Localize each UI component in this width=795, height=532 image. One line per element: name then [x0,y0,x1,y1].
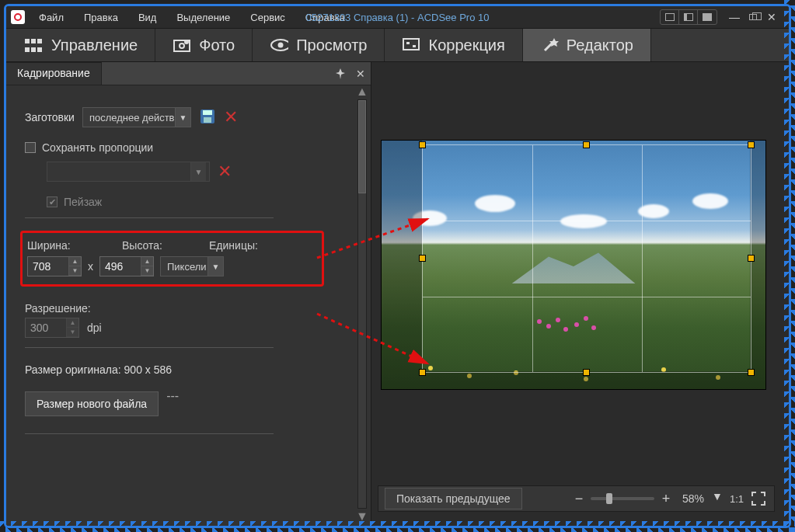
canvas-toolbar: Показать предыдущее − + 58% ▼ 1:1 [378,485,775,512]
layout-sidepanel-icon[interactable] [679,10,698,24]
crop-handle[interactable] [419,255,426,262]
presets-label: Заготовки [25,111,75,123]
mode-manage[interactable]: Управление [6,29,155,61]
units-value: Пиксели [161,261,207,273]
units-label: Единицы: [209,239,279,252]
svg-rect-7 [413,45,416,47]
delete-preset-icon[interactable]: ✕ [224,109,238,126]
scroll-up-icon[interactable]: ▲ [355,85,369,98]
crop-handle[interactable] [583,369,590,376]
grid-icon [23,37,44,54]
zoom-value: 58% [678,492,709,505]
original-size-label: Размер оригинала: 900 x 586 [25,363,355,376]
width-field[interactable] [28,260,68,273]
close-button[interactable]: ✕ [762,9,781,26]
zoom-out-button[interactable]: − [570,490,588,507]
mode-correction[interactable]: Коррекция [385,29,522,61]
show-previous-button[interactable]: Показать предыдущее [385,488,522,509]
svg-point-4 [278,43,284,48]
menu-bar: Файл Правка Вид Выделение Сервис Справка… [6,6,789,28]
photo-icon [173,37,191,54]
scroll-thumb[interactable] [358,100,366,193]
height-input[interactable]: ▲▼ [99,256,154,276]
magic-wand-icon [540,37,559,54]
presets-dropdown[interactable]: последнее действи ▼ [82,107,191,127]
zoom-in-button[interactable]: + [657,490,675,507]
svg-rect-5 [403,39,419,50]
save-preset-icon[interactable] [199,108,216,127]
image-preview[interactable] [381,140,766,390]
app-icon [11,10,25,24]
width-input[interactable]: ▲▼ [27,256,82,276]
crop-rectangle[interactable] [422,144,751,373]
chevron-down-icon[interactable]: ▼ [207,257,223,276]
height-field[interactable] [100,260,141,273]
layout-full-icon[interactable] [698,10,717,24]
chevron-down-icon[interactable]: ▼ [175,108,190,127]
menu-edit[interactable]: Правка [78,9,124,26]
crop-handle[interactable] [748,369,755,376]
spin-up-icon[interactable]: ▲ [69,257,81,266]
mode-photo-label: Фото [199,37,235,54]
mode-photo[interactable]: Фото [155,29,253,61]
resolution-field[interactable] [26,322,66,334]
chevron-down-icon[interactable]: ▼ [190,162,206,181]
mode-manage-label: Управление [51,37,138,54]
zoom-dropdown-icon[interactable]: ▼ [712,490,724,507]
canvas-area: Показать предыдущее − + 58% ▼ 1:1 [371,62,789,526]
height-label: Высота: [122,239,209,252]
sliders-icon [402,37,420,54]
minimize-button[interactable]: — [725,9,744,26]
mode-editor[interactable]: Редактор [523,29,651,61]
keep-aspect-label: Сохранять пропорции [42,141,153,154]
eye-icon [270,37,288,54]
landscape-checkbox[interactable]: ✔ [47,196,58,207]
zoom-slider[interactable] [591,497,654,500]
new-file-size-value: --- [166,389,179,403]
svg-rect-10 [203,110,212,115]
mode-view[interactable]: Просмотр [253,29,385,61]
spin-up-icon[interactable]: ▲ [141,257,153,266]
resolution-input[interactable]: ▲▼ [25,318,79,338]
keep-aspect-checkbox[interactable] [25,142,36,153]
clear-aspect-icon[interactable]: ✕ [218,163,232,180]
menu-file[interactable]: Файл [33,9,70,26]
pin-icon[interactable] [330,64,350,84]
spin-down-icon[interactable]: ▼ [141,266,153,276]
crop-handle[interactable] [748,141,755,148]
crop-handle[interactable] [748,255,755,262]
maximize-button[interactable] [744,9,762,26]
width-label: Ширина: [23,239,122,252]
menu-view[interactable]: Вид [132,9,163,26]
menu-service[interactable]: Сервис [244,9,291,26]
spin-down-icon[interactable]: ▼ [69,266,81,276]
mode-correction-label: Коррекция [428,37,504,54]
svg-point-1 [180,43,184,48]
svg-rect-11 [204,117,211,123]
panel-scrollbar[interactable]: ▲ ▼ [355,85,369,523]
layout-single-icon[interactable] [661,10,679,24]
svg-rect-6 [406,42,410,44]
aspect-dropdown[interactable]: ▼ [47,162,210,182]
menu-select[interactable]: Выделение [170,9,236,26]
mode-bar: Управление Фото Просмотр Коррекция Редак… [6,28,789,62]
svg-point-2 [184,40,189,44]
new-file-size-button[interactable]: Размер нового файла [25,391,159,416]
units-dropdown[interactable]: Пиксели ▼ [160,256,224,276]
dim-separator: x [88,260,93,273]
presets-value: последнее действи [83,112,175,123]
crop-handle[interactable] [583,141,590,148]
crop-handle[interactable] [419,141,426,148]
resolution-unit: dpi [87,322,102,334]
panel-tab-crop[interactable]: Кадрирование [6,62,102,85]
mode-view-label: Просмотр [296,37,367,54]
dimensions-group: Ширина: Высота: Единицы: ▲▼ x ▲▼ [20,231,324,287]
side-panel: Кадрирование ✕ Заготовки последнее дейст… [6,62,371,526]
window-title: 05271303 Справка (1) - ACDSee Pro 10 [306,12,490,23]
zoom-actual-button[interactable]: 1:1 [727,489,746,508]
landscape-label: Пейзаж [64,196,102,208]
resolution-label: Разрешение: [25,302,91,315]
panel-close-icon[interactable]: ✕ [350,64,371,84]
crop-handle[interactable] [419,369,426,376]
zoom-fit-icon[interactable] [749,489,768,508]
